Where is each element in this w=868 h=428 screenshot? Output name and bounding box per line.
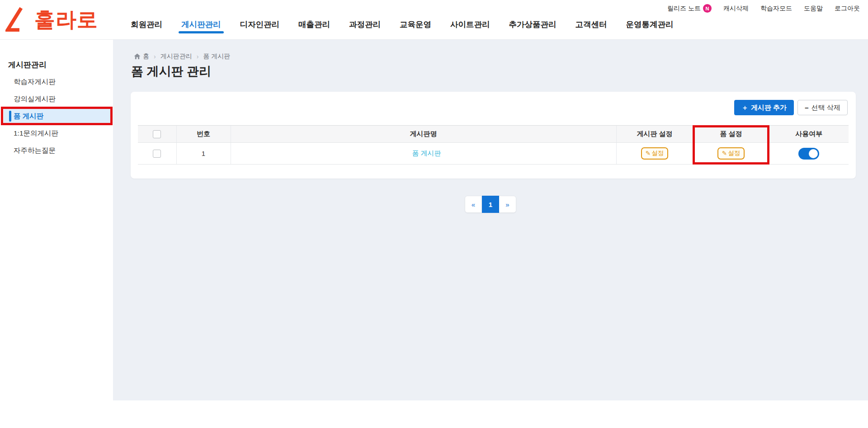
- row-name-cell: 폼 게시판: [231, 143, 616, 165]
- board-setting-button[interactable]: ✎ 설정: [641, 147, 668, 160]
- board-name-link[interactable]: 폼 게시판: [412, 149, 441, 157]
- add-board-button[interactable]: ＋ 게시판 추가: [734, 100, 794, 115]
- nav-item-course[interactable]: 과정관리: [346, 14, 383, 35]
- sidebar-item-learner-board[interactable]: 학습자게시판: [0, 73, 113, 90]
- nav-item-education[interactable]: 교육운영: [397, 14, 434, 35]
- board-table: 번호 게시판명 게시판 설정 폼 설정 사용여부 1 폼 게시판 ✎: [138, 125, 849, 165]
- select-all-checkbox[interactable]: [153, 130, 161, 138]
- toggle-knob: [809, 149, 818, 158]
- pagination: « 1 »: [465, 196, 516, 213]
- sidebar-section-title: 게시판관리: [0, 40, 113, 70]
- pencil-icon: ✎: [722, 150, 727, 157]
- nav-item-site[interactable]: 사이트관리: [448, 14, 493, 35]
- page-title: 폼 게시판 관리: [131, 63, 211, 80]
- pagination-next-button[interactable]: »: [499, 196, 516, 213]
- sidebar-item-inquiry-board[interactable]: 1:1문의게시판: [0, 125, 113, 142]
- breadcrumb-level1[interactable]: 게시판관리: [160, 52, 192, 61]
- header-board-name: 게시판명: [231, 126, 616, 143]
- sidebar-item-classroom-board[interactable]: 강의실게시판: [0, 90, 113, 108]
- delete-selected-button[interactable]: − 선택 삭제: [797, 100, 848, 115]
- row-no: 1: [176, 143, 231, 165]
- release-notes-label: 릴리즈 노트: [667, 5, 701, 13]
- header-no: 번호: [176, 126, 231, 143]
- row-in-use-cell: [769, 143, 849, 165]
- in-use-toggle[interactable]: [798, 148, 819, 160]
- active-indicator-bar: [9, 111, 11, 122]
- logo-triangle-icon: [5, 6, 32, 34]
- table-row: 1 폼 게시판 ✎ 설정 ✎ 설정: [138, 143, 849, 165]
- sidebar-item-form-board[interactable]: 폼 게시판: [4, 108, 110, 125]
- sidebar-item-faq[interactable]: 자주하는질문: [0, 142, 113, 159]
- row-checkbox[interactable]: [153, 150, 161, 158]
- home-icon: [134, 53, 141, 60]
- header-form-setting: 폼 설정: [693, 126, 769, 143]
- row-board-setting-cell: ✎ 설정: [616, 143, 693, 165]
- add-board-label: 게시판 추가: [751, 103, 787, 112]
- chevron-right-icon: ›: [197, 53, 199, 60]
- breadcrumb-home[interactable]: 홈: [134, 52, 149, 61]
- brand-logo[interactable]: 훌라로: [5, 6, 98, 34]
- delete-selected-label: 선택 삭제: [811, 103, 840, 112]
- breadcrumb: 홈 › 게시판관리 › 폼 게시판: [134, 52, 230, 61]
- nav-item-design[interactable]: 디자인관리: [237, 14, 283, 35]
- row-form-setting-cell: ✎ 설정: [693, 143, 769, 165]
- top-bar: 훌라로 릴리즈 노트 N 캐시삭제 학습자모드 도움말 로그아웃 회원관리 게시…: [0, 0, 868, 40]
- sidebar-menu: 학습자게시판 강의실게시판 폼 게시판 1:1문의게시판 자주하는질문: [0, 73, 113, 159]
- table-header-row: 번호 게시판명 게시판 설정 폼 설정 사용여부: [138, 126, 849, 143]
- nav-item-board[interactable]: 게시판관리: [179, 14, 224, 35]
- release-notes-link[interactable]: 릴리즈 노트 N: [667, 4, 712, 13]
- row-checkbox-cell: [138, 143, 176, 165]
- sidebar: 게시판관리 학습자게시판 강의실게시판 폼 게시판 1:1문의게시판 자주하는질…: [0, 40, 113, 400]
- nav-item-statistics[interactable]: 운영통계관리: [623, 14, 676, 35]
- form-setting-label: 설정: [728, 149, 740, 157]
- logo-text: 훌라로: [34, 6, 98, 34]
- logout-link[interactable]: 로그아웃: [835, 5, 860, 13]
- header-board-setting: 게시판 설정: [616, 126, 693, 143]
- plus-icon: ＋: [741, 103, 748, 112]
- pencil-icon: ✎: [646, 150, 651, 157]
- help-link[interactable]: 도움말: [804, 5, 823, 13]
- board-setting-label: 설정: [651, 149, 664, 157]
- form-setting-button[interactable]: ✎ 설정: [717, 147, 745, 160]
- pagination-page-1[interactable]: 1: [482, 196, 499, 213]
- nav-item-addon-product[interactable]: 추가상품관리: [506, 14, 559, 35]
- minus-icon: −: [805, 104, 809, 112]
- breadcrumb-home-label: 홈: [143, 52, 149, 61]
- nav-item-member[interactable]: 회원관리: [128, 14, 165, 35]
- header-in-use: 사용여부: [769, 126, 849, 143]
- utility-menu: 릴리즈 노트 N 캐시삭제 학습자모드 도움말 로그아웃: [667, 4, 860, 13]
- chevron-right-icon: ›: [154, 53, 156, 60]
- nav-item-sales[interactable]: 매출관리: [296, 14, 333, 35]
- header-checkbox-cell: [138, 126, 176, 143]
- main-nav: 회원관리 게시판관리 디자인관리 매출관리 과정관리 교육운영 사이트관리 추가…: [128, 14, 676, 35]
- cache-clear-link[interactable]: 캐시삭제: [723, 5, 749, 13]
- board-list-card: ＋ 게시판 추가 − 선택 삭제 번호 게시판명 게시판 설정 폼 설정 사용여…: [131, 92, 856, 179]
- nav-item-customer-center[interactable]: 고객센터: [573, 14, 610, 35]
- content-area: 홈 › 게시판관리 › 폼 게시판 폼 게시판 관리 ＋ 게시판 추가 − 선택…: [113, 40, 868, 400]
- card-toolbar: ＋ 게시판 추가 − 선택 삭제: [734, 100, 848, 115]
- learner-mode-link[interactable]: 학습자모드: [760, 5, 792, 13]
- sidebar-item-label: 폼 게시판: [14, 112, 43, 120]
- pagination-prev-button[interactable]: «: [465, 196, 482, 213]
- new-badge-icon: N: [703, 4, 712, 13]
- breadcrumb-level2[interactable]: 폼 게시판: [203, 52, 230, 61]
